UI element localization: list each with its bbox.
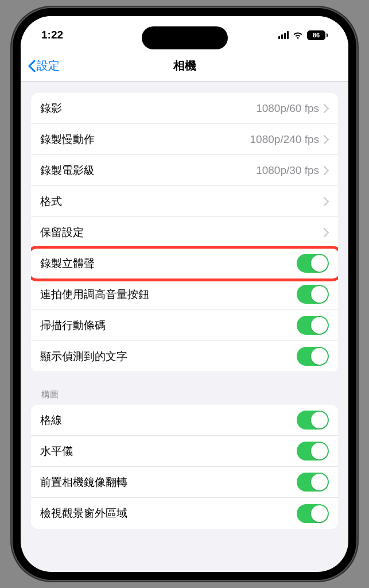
row-label: 格線: [40, 413, 297, 428]
row-label: 連拍使用調高音量按鈕: [40, 287, 297, 302]
row-label: 顯示偵測到的文字: [40, 349, 297, 364]
battery-icon: 86: [307, 30, 328, 40]
toggle-show-detected-text[interactable]: [297, 347, 329, 366]
row-scan-qr: 掃描行動條碼: [31, 310, 338, 341]
cellular-signal-icon: [278, 31, 289, 39]
row-label: 前置相機鏡像翻轉: [40, 475, 297, 490]
row-mirror-front: 前置相機鏡像翻轉: [31, 467, 338, 498]
row-record-video[interactable]: 錄影 1080p/60 fps: [31, 93, 338, 124]
row-label: 檢視觀景窗外區域: [40, 506, 297, 521]
screen: 1:22 86 設定 相機: [21, 16, 348, 572]
wifi-icon: [292, 31, 304, 40]
row-record-stereo: 錄製立體聲: [31, 248, 338, 279]
section-header-composition: 構圖: [41, 389, 328, 400]
page-title: 相機: [28, 58, 341, 74]
row-preserve-settings[interactable]: 保留設定: [31, 217, 338, 248]
chevron-right-icon: [324, 166, 329, 175]
toggle-grid[interactable]: [297, 411, 329, 430]
row-label: 保留設定: [40, 225, 324, 240]
content-scroll[interactable]: 錄影 1080p/60 fps 錄製慢動作 1080p/240 fps 錄製電影…: [21, 82, 348, 572]
row-view-outside-frame: 檢視觀景窗外區域: [31, 498, 338, 529]
row-level: 水平儀: [31, 436, 338, 467]
toggle-mirror-front[interactable]: [297, 473, 329, 492]
row-record-slomo[interactable]: 錄製慢動作 1080p/240 fps: [31, 124, 338, 155]
row-label: 格式: [40, 194, 324, 209]
row-show-detected-text: 顯示偵測到的文字: [31, 341, 338, 372]
row-value: 1080p/30 fps: [256, 164, 319, 177]
settings-group-composition: 格線 水平儀 前置相機鏡像翻轉 檢視觀景窗外區域: [31, 405, 338, 529]
chevron-right-icon: [324, 135, 329, 144]
row-label: 錄製立體聲: [40, 256, 297, 271]
row-burst-volume-up: 連拍使用調高音量按鈕: [31, 279, 338, 310]
toggle-scan-qr[interactable]: [297, 316, 329, 335]
row-label: 水平儀: [40, 444, 297, 459]
row-value: 1080p/60 fps: [256, 102, 319, 115]
toggle-level[interactable]: [297, 442, 329, 461]
nav-bar: 設定 相機: [21, 51, 348, 82]
row-label: 錄影: [40, 101, 256, 116]
device-frame: 1:22 86 設定 相機: [11, 7, 358, 581]
row-label: 錄製電影級: [40, 163, 256, 178]
battery-level: 86: [313, 32, 320, 38]
settings-group-1: 錄影 1080p/60 fps 錄製慢動作 1080p/240 fps 錄製電影…: [31, 93, 338, 372]
back-label: 設定: [37, 58, 60, 74]
chevron-right-icon: [324, 197, 329, 206]
dynamic-island: [142, 26, 228, 49]
row-formats[interactable]: 格式: [31, 186, 338, 217]
row-label: 錄製慢動作: [40, 132, 250, 147]
row-grid: 格線: [31, 405, 338, 436]
toggle-record-stereo[interactable]: [297, 254, 329, 273]
row-label: 掃描行動條碼: [40, 318, 297, 333]
chevron-right-icon: [324, 228, 329, 237]
toggle-burst-volume-up[interactable]: [297, 285, 329, 304]
row-value: 1080p/240 fps: [250, 133, 319, 146]
back-button[interactable]: 設定: [28, 58, 60, 74]
toggle-view-outside-frame[interactable]: [297, 504, 329, 523]
chevron-right-icon: [324, 104, 329, 113]
row-record-cinematic[interactable]: 錄製電影級 1080p/30 fps: [31, 155, 338, 186]
